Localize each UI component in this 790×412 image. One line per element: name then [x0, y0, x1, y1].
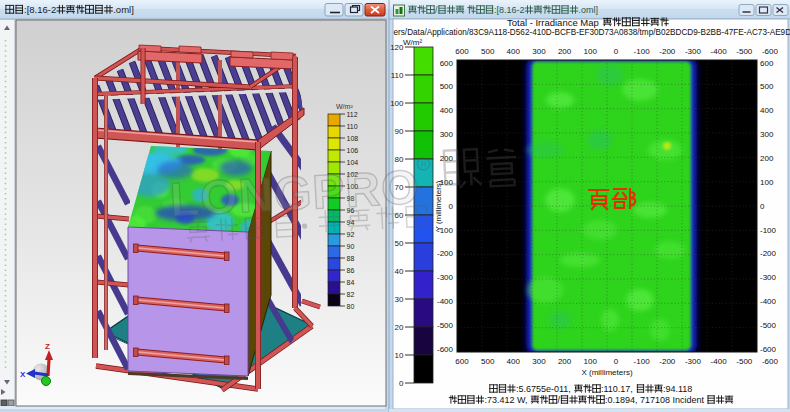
svg-text:-500: -500 [736, 47, 753, 56]
svg-text:R: R [420, 159, 427, 169]
svg-text:Z: Z [45, 342, 50, 351]
svg-text:10: 10 [395, 351, 404, 360]
svg-text:400: 400 [507, 47, 521, 56]
svg-text:W/m²: W/m² [403, 38, 422, 47]
svg-text:0: 0 [614, 357, 619, 366]
svg-text:-600: -600 [760, 345, 777, 354]
svg-text:-100: -100 [634, 357, 651, 366]
svg-text:40: 40 [395, 267, 404, 276]
svg-text:100: 100 [584, 357, 598, 366]
svg-text:0: 0 [449, 202, 454, 211]
svg-text:-300: -300 [685, 357, 702, 366]
svg-text:110: 110 [347, 123, 358, 130]
svg-text:110: 110 [391, 71, 404, 80]
svg-text:20: 20 [395, 323, 404, 332]
svg-text:ers/Data/Application/83C9A118-: ers/Data/Application/83C9A118-D562-410D-… [394, 28, 790, 37]
svg-text:112: 112 [347, 111, 358, 118]
svg-text:-500: -500 [760, 321, 777, 330]
svg-text:-300: -300 [437, 273, 454, 282]
svg-text:100: 100 [584, 47, 598, 56]
svg-text:-600: -600 [762, 47, 779, 56]
svg-text:90: 90 [347, 243, 355, 250]
svg-text:-100: -100 [760, 226, 777, 235]
svg-text:400: 400 [507, 357, 521, 366]
svg-text::5.6755e-011,: :5.6755e-011, [516, 384, 571, 394]
svg-text:90: 90 [395, 127, 404, 136]
svg-text:84: 84 [347, 279, 355, 286]
svg-text:200: 200 [558, 357, 572, 366]
svg-text:-200: -200 [760, 249, 777, 258]
svg-text:W/m²: W/m² [336, 103, 353, 110]
svg-text:-200: -200 [437, 249, 454, 258]
svg-text:500: 500 [481, 47, 495, 56]
svg-text:-200: -200 [659, 357, 676, 366]
svg-text:108: 108 [347, 135, 359, 142]
svg-text::[8.16-2: :[8.16-2 [24, 4, 56, 15]
svg-text:500: 500 [760, 82, 774, 91]
svg-text:-400: -400 [760, 297, 777, 306]
svg-text:200: 200 [760, 154, 774, 163]
svg-text:200: 200 [558, 47, 572, 56]
svg-text:300: 300 [760, 130, 774, 139]
svg-text:82: 82 [347, 291, 355, 298]
svg-text:-200: -200 [659, 47, 676, 56]
svg-text:600: 600 [440, 59, 454, 68]
svg-text:-400: -400 [711, 47, 728, 56]
svg-text::110.17,: :110.17, [601, 384, 633, 394]
svg-text:30: 30 [395, 295, 404, 304]
svg-text:600: 600 [455, 47, 469, 56]
svg-text::0.1894, 717108 Incident: :0.1894, 717108 Incident [605, 395, 705, 405]
svg-text:Total - Irradiance Map: Total - Irradiance Map [507, 17, 599, 28]
svg-text:-600: -600 [437, 345, 454, 354]
svg-text::[8.16-2: :[8.16-2 [494, 5, 525, 15]
svg-text:0: 0 [760, 202, 765, 211]
svg-text:-300: -300 [685, 47, 702, 56]
svg-text:600: 600 [455, 357, 469, 366]
svg-text:-500: -500 [736, 357, 753, 366]
svg-text:0: 0 [399, 379, 404, 388]
svg-text:400: 400 [760, 106, 774, 115]
svg-text:100: 100 [390, 99, 404, 108]
svg-text:-600: -600 [762, 357, 779, 366]
svg-text:0: 0 [614, 47, 619, 56]
svg-text:86: 86 [347, 267, 355, 274]
svg-text::73.412 W,: :73.412 W, [484, 395, 527, 405]
svg-text:500: 500 [440, 82, 454, 91]
svg-text:400: 400 [440, 106, 454, 115]
svg-text:X (millimeters): X (millimeters) [581, 368, 632, 377]
svg-text:.oml]: .oml] [579, 5, 599, 15]
svg-text:500: 500 [481, 357, 495, 366]
svg-text:120: 120 [390, 43, 404, 52]
svg-text:-400: -400 [711, 357, 728, 366]
svg-text:-300: -300 [760, 273, 777, 282]
svg-text:300: 300 [532, 357, 546, 366]
svg-text:100: 100 [760, 178, 774, 187]
svg-text:-500: -500 [437, 321, 454, 330]
svg-text:50: 50 [395, 239, 404, 248]
svg-text:92: 92 [347, 231, 355, 238]
svg-text:Y (millimeters): Y (millimeters) [434, 180, 443, 231]
svg-text:-100: -100 [634, 47, 651, 56]
svg-text:88: 88 [347, 255, 355, 262]
svg-text:300: 300 [440, 130, 454, 139]
svg-text:300: 300 [532, 47, 546, 56]
svg-text:106: 106 [347, 147, 359, 154]
svg-text::94.118: :94.118 [663, 384, 692, 394]
svg-text:-400: -400 [437, 297, 454, 306]
svg-text:80: 80 [347, 303, 355, 310]
svg-text:.oml]: .oml] [113, 4, 134, 15]
svg-text:X: X [20, 370, 26, 379]
svg-text:600: 600 [760, 59, 774, 68]
